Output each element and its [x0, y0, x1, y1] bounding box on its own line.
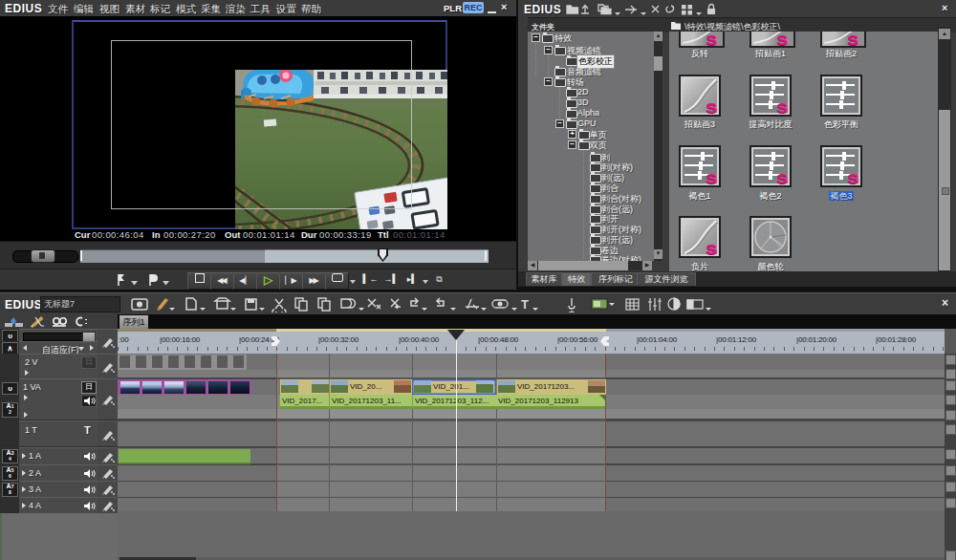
- svg-text:T: T: [521, 297, 529, 312]
